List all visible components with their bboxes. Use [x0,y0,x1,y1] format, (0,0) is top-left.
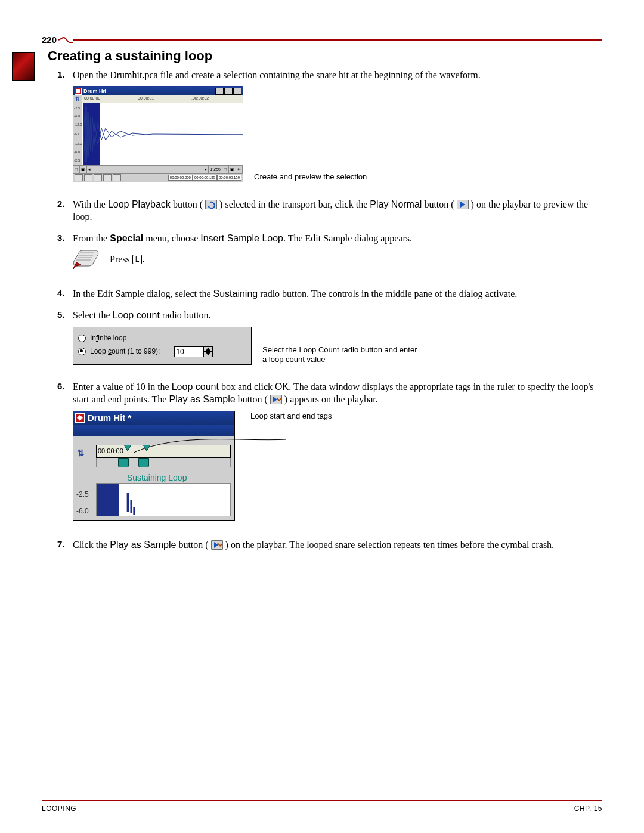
page-number: 220 [42,35,57,45]
ui-label: Play Normal [370,199,422,209]
waveform-icon [82,103,243,165]
keyboard-shortcut-icon [73,248,99,270]
y-tick: -6.0 [76,506,89,516]
play-icon[interactable] [103,174,112,181]
infinite-loop-label: Infinite loop [90,333,126,343]
svg-rect-6 [130,500,132,513]
ruler-tick: .00:00:02 [191,95,209,101]
time-cell: 00:00:00.000 [168,175,193,181]
go-end-icon[interactable] [84,174,92,181]
text: button ( [173,199,203,209]
spinner-up-icon[interactable] [204,347,212,352]
zoom-sel-icon[interactable]: ⇔ [236,166,243,173]
waveform-track[interactable]: -2.5 -6.0 [96,483,231,516]
loop-playback-icon[interactable] [205,200,217,209]
play-as-sample-icon[interactable] [270,395,282,404]
step-7: 7. Click the Play as Sample button ( ) o… [60,538,602,560]
minimize-icon[interactable] [215,88,224,95]
text: ) on the playbar. The looped snare selec… [225,540,555,550]
loop-end-marker-icon [143,445,150,451]
play-as-sample-icon[interactable] [211,540,223,550]
text: button ( [178,540,208,550]
keycap: L [132,255,143,264]
ui-label: Play as Sample [110,540,176,550]
zoom-bar: ◻ ▣ ◂ ▸ 1:256 ◻ ▣ ⇔ [73,165,243,173]
y-tick: -12.0 [74,141,82,146]
playbar: 00:00:00.000 00:00:00.139 00:00:00.139 [73,173,243,182]
zoom-in-icon[interactable]: ▣ [80,166,87,173]
y-tick: -2.5 [76,490,89,499]
waveform-icon [97,484,230,516]
play-normal-icon[interactable] [457,200,469,209]
toolbar-strip [73,425,234,436]
data-window-detail: Drum Hit * ⇅ 00:00:00 [73,411,235,521]
callout-line-icon [132,438,287,456]
text: button ( [424,199,454,209]
infinite-loop-radio[interactable] [78,335,86,342]
text: ) selected in the transport bar, click t… [219,199,367,209]
scroll-track[interactable] [92,166,203,173]
menu-command: Insert Sample Loop [200,233,283,243]
text: Click the [73,540,107,550]
text: With the [73,199,106,209]
stop-icon[interactable] [94,174,102,181]
step-number: 6. [57,380,65,392]
loop-count-label: Loop count (1 to 999): [90,346,160,356]
y-tick: -12.0 [74,122,82,127]
figure-2-caption: Select the Loop Count radio button and e… [262,345,417,365]
text: radio button. [162,310,211,320]
step-2: 2. With the Loop Playback button ( ) sel… [60,198,602,232]
y-tick: -2.5 [74,106,80,110]
svg-rect-5 [127,493,129,512]
time-cell: 00:00:00.139 [217,175,242,181]
spinner-down-icon[interactable] [204,352,212,357]
footer-right: CHP. 15 [574,804,602,813]
loop-start-tag[interactable] [118,458,129,467]
step-number: 2. [57,198,65,210]
section-heading: Creating a sustaining loop [48,48,602,64]
text: Select the [73,310,110,320]
ruler-tick: 00:00:01 [138,95,154,101]
text: menu, choose [145,233,198,243]
ui-label: Play as Sample [169,394,235,404]
zoom-out-icon[interactable]: ◻ [73,166,80,173]
channel-indicator-icon: ⇅ [77,447,85,459]
figure-1-caption: Create and preview the selection [254,172,367,182]
step-number: 4. [57,287,65,299]
step-number: 1. [57,69,65,80]
app-icon [75,88,82,95]
text: Press [110,254,130,264]
time-ruler: 00:00:00 [96,445,231,458]
maximize-icon[interactable] [224,88,233,95]
scroll-right-icon[interactable]: ▸ [203,166,209,173]
y-tick: -6.0 [74,114,80,119]
loop-count-radio[interactable] [78,348,86,355]
ruler-time: 00:00:00 [98,447,123,456]
infinite-loop-row: Infinite loop [78,332,245,345]
callout-leader-icon [234,417,252,417]
loop-count-row: Loop count (1 to 999): [78,345,245,358]
window-title: Drum Hit * [88,412,131,424]
svg-rect-7 [133,507,135,515]
text: box and click [221,382,273,392]
text: . [142,254,144,264]
y-tick: -2.5 [74,158,80,163]
go-start-icon[interactable] [75,174,83,181]
loop-play-icon[interactable] [113,174,121,181]
text: ) appears on the playbar. [284,394,378,404]
scroll-left-icon[interactable]: ◂ [87,166,92,173]
zoom-fit-icon[interactable]: ▣ [229,166,236,173]
text: In the Edit Sample dialog, select the [73,289,211,299]
text: Enter a value of 10 in the [73,382,169,392]
zoom-out2-icon[interactable]: ◻ [222,166,229,173]
amplitude-axis: -2.5 -6.0 -12.0 -Inf -12.0 -6.0 -2.5 [73,103,82,165]
close-icon[interactable] [233,88,242,95]
loop-end-tag[interactable] [138,458,149,467]
time-readout: 00:00:00.000 00:00:00.139 00:00:00.139 [168,175,242,181]
text: button ( [238,394,268,404]
loop-count-input[interactable] [174,346,204,357]
spinner [204,346,213,357]
waveform-area[interactable]: -2.5 -6.0 -12.0 -Inf -12.0 -6.0 -2.5 [73,103,243,165]
step-number: 3. [57,232,65,244]
app-icon [75,413,85,423]
